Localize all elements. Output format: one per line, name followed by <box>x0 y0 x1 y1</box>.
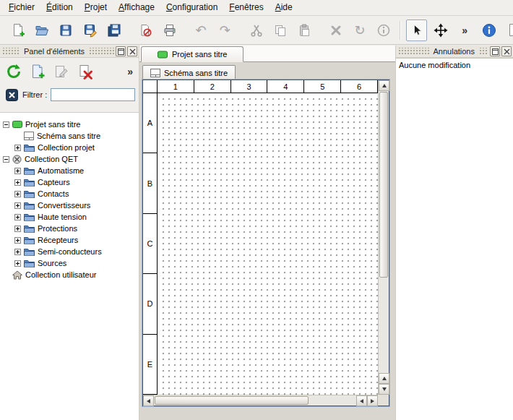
tree-item-collection-qet[interactable]: Collection QET <box>0 153 139 165</box>
dock-grip[interactable] <box>88 48 114 56</box>
redo-button[interactable]: ↷ <box>215 20 236 41</box>
tree-item-protections[interactable]: Protections <box>0 223 139 234</box>
expand-expander-icon[interactable] <box>14 226 21 232</box>
menu-fichier[interactable]: Fichier <box>3 1 40 14</box>
tree-item-convertisseurs[interactable]: Convertisseurs <box>0 200 139 211</box>
paste-button[interactable] <box>294 20 315 41</box>
horizontal-scroll-thumb[interactable] <box>155 396 309 405</box>
tab-schema-sans-titre[interactable]: Schéma sans titre <box>142 65 236 80</box>
copy-button[interactable] <box>270 20 290 41</box>
tree-item-automatisme[interactable]: Automatisme <box>0 165 139 176</box>
tree-item-sources[interactable]: Sources <box>0 257 139 269</box>
float-panel-button[interactable] <box>490 46 500 56</box>
expand-expander-icon[interactable] <box>14 179 21 186</box>
close-panel-button[interactable] <box>501 46 512 56</box>
save-all-icon <box>107 23 121 38</box>
save-as-button[interactable] <box>79 20 100 41</box>
scroll-up-button-2[interactable] <box>379 373 389 384</box>
scroll-up-button[interactable] <box>379 80 389 91</box>
close-file-button[interactable] <box>135 20 156 41</box>
reload-collections-button[interactable] <box>3 61 25 82</box>
cut-button[interactable] <box>246 20 267 41</box>
scroll-right-button[interactable] <box>367 395 378 406</box>
expand-expander-icon[interactable] <box>14 237 21 244</box>
filter-input[interactable] <box>51 88 135 101</box>
close-icon <box>129 48 136 55</box>
tree-item-collection-utilisateur[interactable]: Collection utilisateur <box>0 269 139 280</box>
close-panel-button[interactable] <box>127 46 137 56</box>
tree-item-contacts[interactable]: Contacts <box>0 188 139 200</box>
project-tab-label: Projet sans titre <box>172 50 227 59</box>
expand-expander-icon[interactable] <box>14 249 21 255</box>
vertical-scroll-thumb[interactable] <box>379 92 388 278</box>
save-button[interactable] <box>56 20 77 41</box>
toolbar-overflow-button[interactable]: » <box>454 20 475 41</box>
panel-toolbar-overflow-button[interactable]: » <box>127 66 136 77</box>
menu-projet[interactable]: Projet <box>79 1 113 14</box>
dock-grip[interactable] <box>397 48 430 56</box>
tree-item-projet-sans-titre[interactable]: Projet sans titre <box>0 119 139 130</box>
expand-expander-icon[interactable] <box>14 168 21 174</box>
element-info-button[interactable] <box>374 20 395 41</box>
row-header: C <box>143 214 157 274</box>
qet-collection-icon <box>12 155 22 164</box>
menu-fenetres[interactable]: Fenêtres <box>223 1 269 14</box>
new-project-button[interactable] <box>7 20 28 41</box>
horizontal-scrollbar[interactable] <box>143 395 378 406</box>
column-header: 6 <box>341 80 378 93</box>
undo-panel-titlebar[interactable]: Annulations <box>396 46 513 58</box>
clear-filter-button[interactable] <box>5 88 19 102</box>
save-all-button[interactable] <box>103 20 124 41</box>
expand-expander-icon[interactable] <box>14 191 21 197</box>
menu-affichage[interactable]: Affichage <box>113 1 160 14</box>
undo-button[interactable]: ↶ <box>190 20 211 41</box>
scroll-down-button[interactable] <box>379 384 389 395</box>
close-file-icon <box>138 23 152 38</box>
undo-history-list[interactable]: Aucune modification <box>396 58 513 420</box>
dock-grip[interactable] <box>1 48 20 56</box>
horizontal-scroll-track[interactable] <box>154 395 356 406</box>
project-tab-bar: Projet sans titre <box>139 46 395 62</box>
print-icon <box>163 23 177 38</box>
dock-grip[interactable] <box>478 48 488 56</box>
tree-item-schema-sans-titre[interactable]: Schéma sans titre <box>0 130 139 142</box>
collapse-expander-icon[interactable] <box>3 156 9 163</box>
vertical-scrollbar[interactable] <box>378 80 389 395</box>
clipped-edge-button[interactable] <box>503 20 513 41</box>
elements-tree[interactable]: Projet sans titre Schéma sans titre Coll… <box>0 112 139 420</box>
tab-projet-sans-titre[interactable]: Projet sans titre <box>141 46 243 62</box>
menu-aide[interactable]: Aide <box>270 1 298 14</box>
delete-button[interactable] <box>325 20 346 41</box>
move-tool-button[interactable] <box>430 20 451 41</box>
tree-item-recepteurs[interactable]: Récepteurs <box>0 234 139 246</box>
triangle-up-icon <box>382 377 387 380</box>
scroll-left-button-2[interactable] <box>356 395 367 406</box>
expand-expander-icon[interactable] <box>14 145 21 151</box>
tree-item-haute-tension[interactable]: Haute tension <box>0 211 139 223</box>
save-as-icon <box>83 23 98 38</box>
menu-configuration[interactable]: Configuration <box>160 1 223 14</box>
tree-item-collection-projet[interactable]: Collection projet <box>0 142 139 153</box>
about-info-button[interactable] <box>478 20 500 41</box>
print-button[interactable] <box>159 20 180 41</box>
elements-panel-titlebar[interactable]: Panel d'éléments <box>0 46 139 58</box>
expand-expander-icon[interactable] <box>14 202 21 209</box>
select-tool-icon <box>410 23 424 38</box>
edit-element-button[interactable] <box>51 61 72 82</box>
vertical-scroll-track[interactable] <box>379 91 389 373</box>
expand-expander-icon[interactable] <box>14 260 21 267</box>
menu-edition[interactable]: Édition <box>40 1 79 14</box>
select-tool-button[interactable] <box>406 20 427 41</box>
diagram-canvas[interactable] <box>158 94 378 395</box>
open-project-button[interactable] <box>31 20 52 41</box>
tree-item-semi-conducteurs[interactable]: Semi-conducteurs <box>0 246 139 257</box>
new-element-button[interactable] <box>27 61 48 82</box>
delete-element-button[interactable] <box>74 61 96 82</box>
float-panel-button[interactable] <box>116 46 126 56</box>
collapse-expander-icon[interactable] <box>3 121 9 128</box>
expand-expander-icon[interactable] <box>14 214 21 220</box>
tree-item-capteurs[interactable]: Capteurs <box>0 176 139 188</box>
column-header: 5 <box>304 80 341 93</box>
rotate-button[interactable]: ↻ <box>349 20 370 41</box>
scroll-left-button[interactable] <box>143 395 154 406</box>
